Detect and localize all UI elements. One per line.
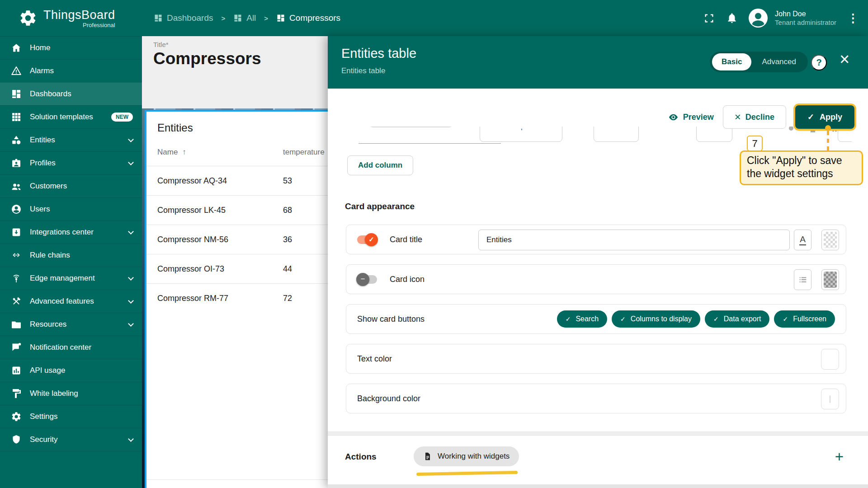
user-info[interactable]: John Doe Tenant administrator: [775, 9, 836, 27]
column-header-temperature[interactable]: temperature: [283, 148, 325, 157]
plus-icon: +: [835, 448, 844, 465]
card-title-row: ✓ Card title Entities A: [346, 225, 846, 254]
sidebar-item-white-labeling[interactable]: White labeling: [0, 382, 142, 405]
notification-center-icon: [11, 342, 22, 353]
thingsboard-logo-icon: [18, 8, 38, 28]
add-column-button[interactable]: Add column: [347, 155, 413, 175]
preview-button[interactable]: Preview: [668, 112, 714, 122]
breadcrumb-dashboards[interactable]: Dashboards: [154, 13, 213, 23]
user-avatar[interactable]: [749, 9, 768, 28]
add-action-button[interactable]: +: [835, 449, 844, 464]
security-shield-icon: [11, 434, 22, 445]
chip-search[interactable]: ✓Search: [557, 310, 607, 328]
more-vert-icon: ⋮: [847, 11, 859, 25]
chip-columns-to-display[interactable]: ✓Columns to display: [612, 310, 700, 328]
icon-picker-button[interactable]: [794, 269, 811, 290]
sidebar-item-users[interactable]: Users: [0, 197, 142, 221]
sidebar-item-solution-templates[interactable]: Solution templates NEW: [0, 105, 142, 128]
widget-card-title: Entities: [146, 112, 342, 139]
breadcrumb-compressors[interactable]: Compressors: [276, 13, 340, 23]
column-style-field[interactable]: [696, 127, 732, 142]
dashboards-icon: [11, 89, 22, 99]
actions-label: Actions: [345, 452, 377, 462]
check-icon: ✓: [783, 315, 788, 323]
column-width-field[interactable]: [594, 127, 639, 142]
settings-gear-icon: [11, 411, 22, 422]
sidebar-item-notification-center[interactable]: Notification center: [0, 336, 142, 359]
sidebar-item-resources[interactable]: Resources: [0, 313, 142, 336]
entities-table-widget[interactable]: Entities Name ↑ temperature Compressor A…: [145, 110, 344, 488]
apply-button[interactable]: ✓ Apply: [795, 105, 854, 129]
dashboard-title-label: Title*: [153, 41, 328, 48]
chevron-down-icon: [128, 436, 134, 442]
column-extra-field[interactable]: [838, 127, 852, 142]
fullscreen-button[interactable]: [703, 12, 715, 24]
help-button[interactable]: ?: [811, 55, 827, 70]
breadcrumb-all[interactable]: All: [233, 13, 256, 23]
eye-icon: [668, 112, 679, 122]
dashboard-preview: Title* Compressors Entities Name ↑ tempe…: [142, 36, 328, 488]
sidebar-item-entities[interactable]: Entities: [0, 128, 142, 151]
mode-basic[interactable]: Basic: [712, 53, 751, 70]
actions-section: Actions Working with widgets +: [328, 436, 868, 484]
sidebar-item-home[interactable]: Home: [0, 36, 142, 59]
font-style-button[interactable]: A: [794, 230, 811, 250]
integrations-icon: [11, 227, 22, 238]
chevron-down-icon: [128, 298, 134, 304]
sidebar-item-edge-management[interactable]: Edge management: [0, 267, 142, 290]
title-color-button[interactable]: [821, 230, 839, 250]
card-icon-toggle[interactable]: −: [357, 275, 377, 284]
brand[interactable]: ThingsBoard Professional: [0, 0, 142, 36]
show-card-buttons-row: Show card buttons ✓Search ✓Columns to di…: [346, 304, 846, 334]
text-color-swatch[interactable]: [821, 349, 839, 370]
entities-icon: [11, 135, 22, 145]
transparent-swatch-icon: [824, 232, 837, 248]
sidebar-item-api-usage[interactable]: API usage: [0, 359, 142, 382]
check-icon: ✓: [566, 315, 571, 323]
text-color-row: Text color: [346, 344, 846, 374]
table-row[interactable]: Compressor AQ-3453: [146, 166, 342, 195]
sidebar-item-integrations-center[interactable]: Integrations center: [0, 221, 142, 244]
close-drawer-button[interactable]: ×: [840, 50, 849, 69]
sidebar-item-security[interactable]: Security: [0, 428, 142, 451]
decline-button[interactable]: × Decline: [723, 105, 786, 129]
close-icon: ×: [840, 50, 849, 69]
check-icon: ✓: [620, 315, 626, 323]
dashboard-title-value: Compressors: [153, 49, 328, 68]
drawer-body: Preview × Decline ✓ Apply ': [328, 89, 868, 488]
notifications-button[interactable]: [726, 12, 738, 24]
question-icon: ?: [816, 57, 821, 68]
solution-templates-icon: [11, 112, 22, 122]
sidebar-item-customers[interactable]: Customers: [0, 174, 142, 197]
background-color-row: Background color: [346, 384, 846, 413]
background-color-swatch[interactable]: [821, 389, 839, 409]
card-title-toggle[interactable]: ✓: [357, 235, 377, 244]
icon-color-button[interactable]: [821, 269, 839, 290]
sort-ascending-icon[interactable]: ↑: [182, 148, 186, 157]
sidebar-item-alarms[interactable]: Alarms: [0, 59, 142, 82]
dashboard-icon: [154, 14, 163, 23]
action-chip-working-with-widgets[interactable]: Working with widgets: [414, 446, 519, 466]
more-menu-button[interactable]: ⋮: [847, 11, 859, 25]
table-row[interactable]: Compressor LK-4568: [146, 195, 342, 225]
table-row[interactable]: Compressor NM-5636: [146, 225, 342, 254]
sidebar-item-rule-chains[interactable]: Rule chains: [0, 244, 142, 267]
card-title-input[interactable]: Entities: [478, 230, 790, 250]
column-header-name[interactable]: Name: [157, 148, 178, 157]
chevron-down-icon: [128, 229, 134, 235]
column-label-field[interactable]: ': [480, 127, 562, 142]
chip-data-export[interactable]: ✓Data export: [705, 310, 769, 328]
chevron-down-icon: [128, 275, 134, 281]
sidebar-item-profiles[interactable]: Profiles: [0, 151, 142, 174]
user-name: John Doe: [775, 9, 836, 19]
sidebar-item-settings[interactable]: Settings: [0, 405, 142, 428]
sidebar-item-dashboards[interactable]: Dashboards: [0, 82, 142, 105]
resources-icon: [11, 319, 22, 330]
table-row[interactable]: Compressor RM-7772: [146, 283, 342, 313]
sidebar-item-advanced-features[interactable]: Advanced features: [0, 290, 142, 313]
card-appearance-heading: Card appearance: [345, 202, 415, 211]
table-row[interactable]: Compressor OI-7344: [146, 254, 342, 283]
mode-advanced[interactable]: Advanced: [752, 53, 806, 70]
chip-fullscreen[interactable]: ✓Fullscreen: [774, 310, 835, 328]
dashboard-title-field[interactable]: Title* Compressors: [142, 36, 328, 72]
